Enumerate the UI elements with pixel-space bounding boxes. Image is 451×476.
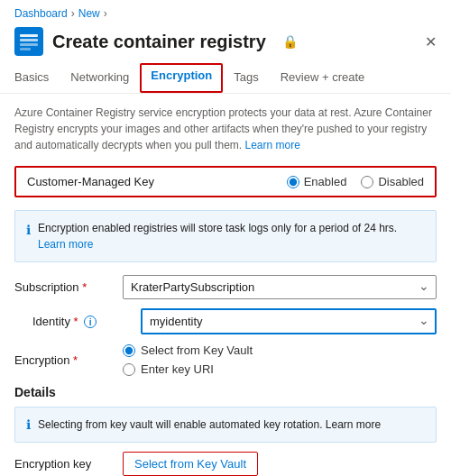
breadcrumb-new[interactable]: New — [78, 7, 100, 20]
registry-icon — [14, 27, 43, 56]
breadcrumb: Dashboard › New › — [0, 0, 451, 23]
encryption-radio-group: Select from Key Vault Enter key URI — [123, 343, 253, 376]
identity-label: Identity * i — [32, 315, 132, 329]
form-section: Subscription * KraterPartySubscription I… — [14, 275, 437, 376]
details-info-text: Selecting from key vault will enable aut… — [38, 418, 323, 431]
info-banner: ℹ Encryption enabled registries will sto… — [14, 210, 437, 262]
identity-dropdown-wrapper: myidentity — [141, 308, 437, 334]
info-icon: ℹ — [26, 221, 31, 240]
tab-basics[interactable]: Basics — [14, 63, 60, 93]
description-learn-more-link[interactable]: Learn more — [244, 139, 299, 151]
encryption-label: Encryption * — [14, 353, 114, 367]
tab-review-create[interactable]: Review + create — [270, 63, 376, 93]
enter-key-uri-option[interactable]: Enter key URI — [123, 362, 253, 376]
svg-rect-3 — [20, 43, 38, 46]
encryption-key-row: Encryption key Select from Key Vault — [14, 452, 437, 476]
disabled-label: Disabled — [378, 175, 424, 188]
disabled-radio[interactable] — [361, 176, 373, 188]
close-icon[interactable]: ✕ — [425, 33, 437, 50]
tab-encryption[interactable]: Encryption — [140, 63, 223, 93]
select-from-vault-option[interactable]: Select from Key Vault — [123, 343, 253, 357]
customer-key-radio-group: Enabled Disabled — [287, 175, 424, 188]
svg-rect-4 — [20, 48, 31, 50]
select-from-vault-label: Select from Key Vault — [141, 343, 253, 357]
info-banner-learn-more[interactable]: Learn more — [38, 238, 93, 251]
identity-row: Identity * i myidentity — [14, 308, 437, 334]
breadcrumb-dashboard[interactable]: Dashboard — [14, 7, 68, 20]
customer-managed-key-row: Customer-Managed Key Enabled Disabled — [14, 166, 437, 197]
disabled-option[interactable]: Disabled — [361, 175, 424, 188]
svg-rect-1 — [20, 34, 38, 37]
encryption-row: Encryption * Select from Key Vault Enter… — [14, 343, 437, 376]
enabled-label: Enabled — [304, 175, 347, 188]
details-title: Details — [14, 385, 437, 399]
identity-tooltip-icon[interactable]: i — [84, 316, 97, 328]
svg-rect-2 — [20, 39, 38, 41]
subscription-label: Subscription * — [14, 280, 114, 294]
lock-icon[interactable]: 🔒 — [282, 34, 298, 49]
enter-key-uri-radio[interactable] — [123, 363, 135, 376]
description-text: Azure Container Registry service encrypt… — [14, 105, 437, 153]
tab-tags[interactable]: Tags — [223, 63, 269, 93]
customer-key-label: Customer-Managed Key — [27, 175, 269, 188]
tab-networking[interactable]: Networking — [60, 63, 140, 93]
main-content: Azure Container Registry service encrypt… — [0, 94, 451, 476]
details-info-banner: ℹ Selecting from key vault will enable a… — [14, 407, 437, 443]
subscription-dropdown-wrapper: KraterPartySubscription — [123, 275, 437, 299]
info-banner-text: Encryption enabled registries will store… — [38, 222, 397, 234]
enter-key-uri-label: Enter key URI — [141, 362, 214, 376]
page-header: Create container registry 🔒 ✕ — [0, 23, 451, 63]
subscription-row: Subscription * KraterPartySubscription — [14, 275, 437, 299]
enabled-option[interactable]: Enabled — [287, 175, 347, 188]
select-from-vault-button[interactable]: Select from Key Vault — [123, 452, 258, 476]
encryption-key-label: Encryption key — [14, 457, 114, 471]
select-from-vault-radio[interactable] — [123, 344, 135, 357]
details-section: Details ℹ Selecting from key vault will … — [14, 385, 437, 476]
details-learn-more-link[interactable]: Learn more — [326, 418, 381, 431]
tab-bar: Basics Networking Encryption Tags Review… — [0, 63, 451, 94]
identity-dropdown[interactable]: myidentity — [141, 308, 437, 334]
page-title: Create container registry — [52, 32, 266, 52]
subscription-dropdown[interactable]: KraterPartySubscription — [123, 275, 437, 299]
details-info-icon: ℹ — [26, 416, 31, 435]
enabled-radio[interactable] — [287, 176, 299, 188]
